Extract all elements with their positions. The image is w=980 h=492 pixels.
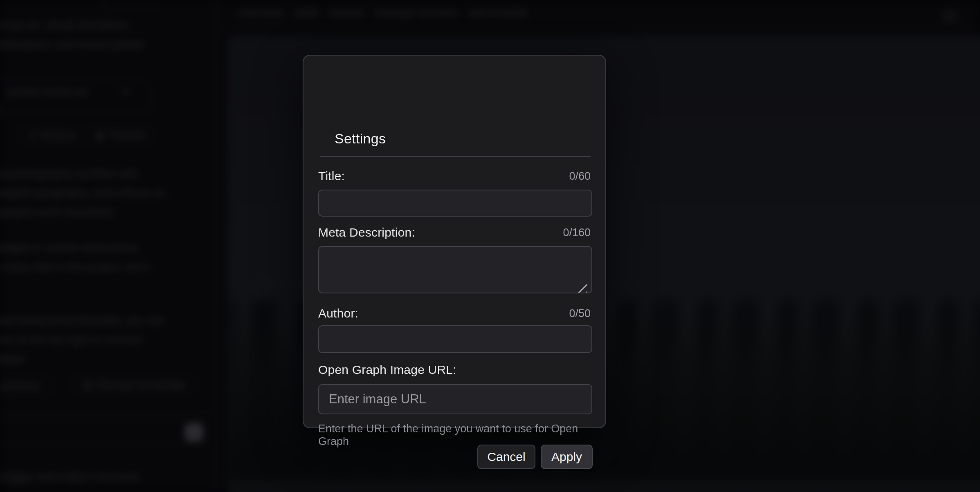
app-window: nt eye on, visual transitions, whitespac… <box>0 0 980 492</box>
apply-button[interactable]: Apply <box>541 445 593 469</box>
title-field-label: Title: <box>318 169 345 183</box>
author-char-counter: 0/50 <box>569 307 591 320</box>
dialog-divider <box>320 156 591 157</box>
author-input[interactable] <box>318 325 592 353</box>
title-input[interactable] <box>318 190 592 217</box>
dialog-title: Settings <box>335 131 386 147</box>
meta-description-label: Meta Description: <box>318 226 415 239</box>
meta-description-char-counter: 0/160 <box>563 226 591 239</box>
og-image-url-label: Open Graph Image URL: <box>318 363 456 377</box>
title-char-counter: 0/60 <box>569 170 591 183</box>
og-image-url-helper-text: Enter the URL of the image you want to u… <box>318 423 605 448</box>
meta-description-textarea[interactable] <box>318 246 592 293</box>
author-field-label: Author: <box>318 306 358 320</box>
cancel-button[interactable]: Cancel <box>477 445 535 469</box>
settings-dialog: Settings Title: 0/60 Meta Description: 0… <box>303 55 606 428</box>
og-image-url-input[interactable] <box>318 384 592 414</box>
